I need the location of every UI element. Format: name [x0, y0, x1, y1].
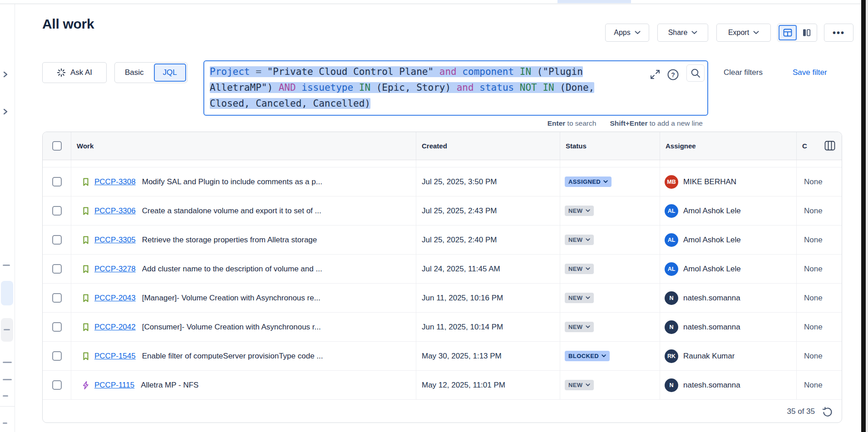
- row-checkbox[interactable]: [52, 293, 62, 303]
- status-label: ASSIGNED: [568, 178, 601, 185]
- sidebar-item-fragment: [3, 379, 12, 380]
- status-cell: ASSIGNED: [560, 167, 660, 196]
- status-badge[interactable]: BLOCKED: [565, 351, 610, 361]
- select-all-checkbox[interactable]: [52, 141, 62, 151]
- assignee-cell: AL Amol Ashok Lele: [660, 226, 796, 254]
- column-header-created[interactable]: Created: [416, 132, 560, 160]
- run-search-button[interactable]: [686, 64, 705, 82]
- created-date: Jun 11, 2025, 10:16 PM: [421, 294, 503, 303]
- jql-editor[interactable]: Project = "Private Cloud Control Plane" …: [203, 60, 708, 116]
- table-row[interactable]: PCCP-3306 Create a standalone volume and…: [43, 196, 842, 226]
- status-cell: NEW: [560, 196, 660, 225]
- syntax-help-button[interactable]: ?: [666, 68, 679, 81]
- status-badge[interactable]: NEW: [565, 235, 594, 245]
- hint-shift-key: Shift+Enter: [610, 119, 647, 127]
- export-button[interactable]: Export: [716, 24, 771, 42]
- clear-filters-button[interactable]: Clear filters: [724, 68, 763, 77]
- row-select-cell: [43, 313, 71, 341]
- column-header-assignee[interactable]: Assignee: [660, 132, 796, 160]
- detail-view-button[interactable]: [798, 25, 816, 40]
- apps-button[interactable]: Apps: [605, 24, 649, 42]
- status-label: NEW: [568, 265, 583, 272]
- issue-key-link[interactable]: PCCP-3278: [94, 265, 136, 274]
- sidebar-divider: [0, 406, 15, 407]
- row-checkbox[interactable]: [52, 235, 62, 245]
- expand-editor-button[interactable]: [649, 69, 661, 80]
- ask-ai-button[interactable]: Ask AI: [42, 62, 107, 83]
- assignee-name: Raunak Kumar: [683, 352, 735, 361]
- issue-key-link[interactable]: PCCP-3308: [94, 177, 136, 187]
- table-row[interactable]: PCCP-3308 Modify SAL and Plugin to inclu…: [43, 167, 842, 196]
- avatar: MB: [665, 175, 678, 189]
- status-badge[interactable]: ASSIGNED: [565, 177, 612, 187]
- row-checkbox[interactable]: [52, 177, 62, 187]
- chevron-right-icon[interactable]: [3, 71, 8, 78]
- story-icon: [81, 206, 90, 216]
- status-badge[interactable]: NEW: [565, 264, 594, 274]
- configure-columns-button[interactable]: [824, 141, 835, 152]
- column-header-work[interactable]: Work: [71, 132, 416, 160]
- created-date: Jul 24, 2025, 11:45 AM: [421, 265, 500, 274]
- row-checkbox[interactable]: [52, 351, 62, 361]
- work-cell: PCCP-3306 Create a standalone volume and…: [71, 196, 416, 225]
- table-row[interactable]: PCCP-1545 Enable filter of computeServer…: [43, 342, 842, 371]
- row-select-cell: [43, 255, 71, 283]
- status-badge[interactable]: NEW: [565, 206, 594, 216]
- issue-key-link[interactable]: PCCP-1545: [94, 352, 136, 361]
- hint-shift-text: to add a new line: [647, 119, 703, 127]
- sidebar-active-item[interactable]: [1, 281, 13, 305]
- save-filter-link[interactable]: Save filter: [793, 68, 827, 77]
- created-cell: May 12, 2025, 11:01 PM: [416, 371, 560, 399]
- editor-hint: Enter to searchShift+Enter to add a new …: [203, 119, 703, 128]
- jql-editor-text[interactable]: Project = "Private Cloud Control Plane" …: [210, 64, 641, 112]
- chevron-right-icon[interactable]: [3, 108, 8, 115]
- share-button[interactable]: Share: [657, 24, 708, 42]
- row-checkbox[interactable]: [52, 264, 62, 274]
- story-icon: [81, 177, 90, 187]
- top-divider: [0, 4, 861, 4]
- table-row[interactable]: PCCP-1115 Alletra MP - NFS May 12, 2025,…: [43, 371, 842, 400]
- table-row[interactable]: PCCP-2043 [Manager]- Volume Creation wit…: [43, 284, 842, 313]
- more-actions-button[interactable]: •••: [824, 24, 853, 42]
- table-view-button[interactable]: [779, 25, 797, 40]
- tab-basic[interactable]: Basic: [115, 68, 154, 77]
- status-badge[interactable]: NEW: [565, 380, 594, 390]
- status-badge[interactable]: NEW: [565, 293, 594, 303]
- issue-key-link[interactable]: PCCP-3306: [94, 206, 136, 216]
- extra-cell: None: [796, 167, 842, 196]
- issue-key-link[interactable]: PCCP-3305: [94, 236, 136, 245]
- sidebar-item-fragment: [3, 395, 8, 397]
- column-header-status[interactable]: Status: [560, 132, 660, 160]
- issue-summary: [Manager]- Volume Creation with Asynchro…: [142, 294, 321, 303]
- issue-summary: Create a standalone volume and export it…: [142, 206, 321, 216]
- created-cell: Jul 25, 2025, 3:50 PM: [416, 167, 560, 196]
- issue-summary: Retrieve the storage properties from All…: [142, 236, 317, 245]
- work-cell: PCCP-1115 Alletra MP - NFS: [71, 371, 416, 399]
- story-icon: [81, 236, 90, 245]
- created-date: Jun 11, 2025, 10:14 PM: [421, 323, 503, 332]
- row-checkbox[interactable]: [52, 206, 62, 216]
- sidebar-hover-item[interactable]: [1, 318, 13, 342]
- issue-summary: [Consumer]- Volume Creation with Asynchr…: [142, 323, 321, 332]
- help-icon: ?: [667, 69, 679, 81]
- chevron-down-icon: [586, 209, 590, 212]
- created-date: Jul 25, 2025, 2:40 PM: [421, 236, 497, 245]
- issue-key-link[interactable]: PCCP-1115: [94, 381, 134, 390]
- refresh-button[interactable]: [822, 407, 833, 417]
- created-cell: Jun 11, 2025, 10:16 PM: [416, 284, 560, 312]
- row-select-cell: [43, 371, 71, 399]
- status-cell: BLOCKED: [560, 342, 660, 370]
- extra-cell: None: [796, 196, 842, 225]
- issue-key-link[interactable]: PCCP-2043: [94, 294, 136, 303]
- status-badge[interactable]: NEW: [565, 322, 594, 332]
- row-checkbox[interactable]: [52, 322, 62, 332]
- table-row[interactable]: PCCP-3305 Retrieve the storage propertie…: [43, 226, 842, 255]
- created-date: May 30, 2025, 1:13 PM: [421, 352, 502, 361]
- issue-key-link[interactable]: PCCP-2042: [94, 323, 136, 332]
- row-checkbox[interactable]: [52, 380, 62, 390]
- tab-jql[interactable]: JQL: [154, 64, 186, 82]
- status-label: NEW: [568, 382, 583, 388]
- table-row[interactable]: PCCP-3278 Add cluster name to the descri…: [43, 255, 842, 284]
- table-row[interactable]: PCCP-2042 [Consumer]- Volume Creation wi…: [43, 313, 842, 342]
- extra-value: None: [801, 206, 823, 216]
